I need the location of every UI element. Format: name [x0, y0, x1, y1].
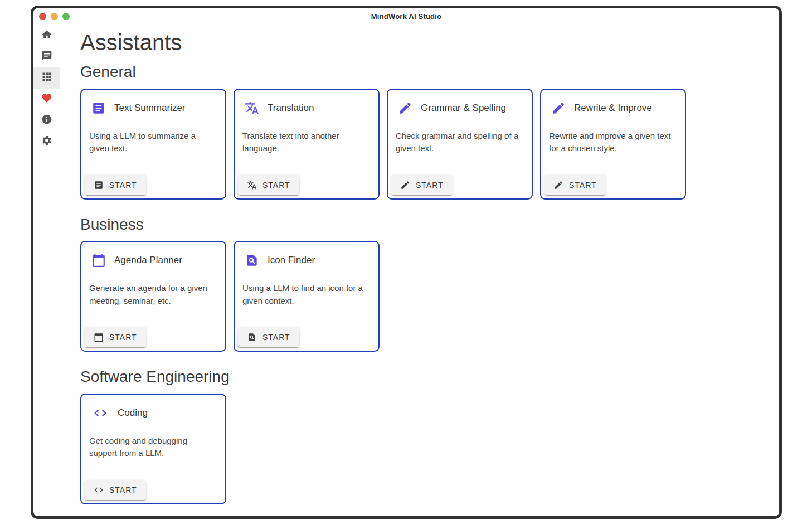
section-business: Business Agenda Planner Generate an agen… [80, 215, 759, 352]
sidebar-item-info[interactable] [33, 110, 60, 131]
card-description: Rewrite and improve a given text for a c… [541, 130, 685, 172]
card-actions: START [235, 172, 378, 198]
icon-search-icon [247, 332, 257, 342]
sidebar-item-chats[interactable] [33, 46, 60, 67]
section-software-engineering: Software Engineering Coding Get coding a… [80, 367, 759, 504]
info-icon [41, 114, 52, 127]
sidebar-item-assistants[interactable] [33, 67, 60, 89]
start-button[interactable]: START [544, 175, 606, 195]
card-actions: START [388, 172, 532, 198]
start-button[interactable]: START [85, 175, 146, 195]
card-actions: START [235, 324, 378, 351]
card-row: Text Summarizer Using a LLM to summarize… [80, 89, 759, 200]
sidebar-item-home[interactable] [33, 25, 60, 46]
apps-grid-icon [41, 71, 52, 85]
start-button[interactable]: START [238, 327, 299, 347]
pencil-icon [400, 180, 410, 190]
assistant-card-text-summarizer: Text Summarizer Using a LLM to summarize… [80, 89, 226, 200]
card-actions: START [81, 477, 225, 503]
card-title: Text Summarizer [114, 103, 186, 114]
section-heading: Software Engineering [80, 367, 759, 386]
card-header: Translation [235, 90, 378, 115]
home-icon [41, 29, 52, 42]
card-actions: START [541, 172, 685, 198]
card-description: Using a LLM to summarize a given text. [81, 130, 225, 172]
card-title: Rewrite & Improve [574, 103, 652, 114]
card-header: Rewrite & Improve [541, 90, 685, 115]
document-icon [91, 101, 106, 115]
start-button[interactable]: START [85, 480, 146, 500]
start-button[interactable]: START [85, 327, 146, 347]
start-button[interactable]: START [238, 175, 299, 195]
card-header: Text Summarizer [81, 90, 225, 115]
gear-icon [41, 135, 52, 148]
start-button-label: START [109, 333, 137, 342]
card-header: Agenda Planner [81, 242, 225, 268]
pencil-icon [398, 101, 412, 115]
card-title: Agenda Planner [114, 255, 182, 266]
start-button-label: START [109, 486, 137, 494]
assistant-card-coding: Coding Get coding and debugging support … [80, 394, 226, 504]
translate-icon [245, 101, 259, 115]
card-header: Coding [81, 395, 225, 420]
section-heading: Business [80, 215, 759, 234]
card-actions: START [81, 172, 225, 198]
main-content: Assistants General Text Summarizer Using… [60, 25, 779, 516]
translate-icon [247, 180, 257, 190]
start-button-label: START [569, 181, 597, 190]
pencil-icon [553, 180, 563, 190]
calendar-icon [94, 332, 104, 342]
card-description: Get coding and debugging support from a … [81, 435, 225, 477]
start-button-label: START [262, 181, 290, 190]
app-body: Assistants General Text Summarizer Using… [33, 25, 779, 516]
app-window: MindWork AI Studio Assistants [31, 6, 782, 519]
assistant-card-icon-finder: Icon Finder Using a LLM to find an icon … [234, 241, 380, 352]
sidebar [33, 25, 60, 516]
card-title: Grammar & Spelling [421, 103, 506, 114]
icon-search-icon [245, 253, 259, 268]
heart-icon [41, 93, 52, 106]
section-heading: General [80, 62, 759, 81]
assistant-card-rewrite-improve: Rewrite & Improve Rewrite and improve a … [540, 89, 686, 200]
document-icon [94, 180, 104, 190]
chat-icon [41, 50, 52, 64]
calendar-icon [91, 253, 106, 268]
window-title: MindWork AI Studio [33, 12, 779, 21]
pencil-icon [551, 101, 566, 115]
card-description: Generate an agenda for a given meeting, … [81, 282, 225, 324]
code-icon [91, 406, 109, 420]
card-row: Coding Get coding and debugging support … [80, 394, 759, 504]
card-header: Grammar & Spelling [388, 90, 532, 115]
start-button-label: START [262, 333, 290, 342]
card-description: Using a LLM to find an icon for a given … [235, 282, 378, 324]
assistant-card-agenda-planner: Agenda Planner Generate an agenda for a … [80, 241, 226, 352]
assistant-card-grammar-spelling: Grammar & Spelling Check grammar and spe… [387, 89, 533, 200]
card-description: Check grammar and spelling of a given te… [388, 130, 532, 172]
card-title: Coding [118, 407, 148, 419]
page-title: Assistants [80, 30, 759, 55]
title-bar: MindWork AI Studio [33, 8, 779, 25]
sidebar-item-supporters[interactable] [33, 89, 60, 110]
section-general: General Text Summarizer Using a LLM to s… [80, 62, 759, 200]
card-description: Translate text into another language. [235, 130, 378, 172]
card-title: Icon Finder [268, 255, 315, 266]
card-header: Icon Finder [235, 242, 378, 268]
code-icon [94, 485, 104, 495]
start-button[interactable]: START [391, 175, 453, 195]
card-title: Translation [268, 103, 314, 114]
start-button-label: START [109, 181, 137, 190]
start-button-label: START [416, 181, 444, 190]
assistant-card-translation: Translation Translate text into another … [234, 89, 380, 200]
sidebar-item-settings[interactable] [33, 131, 60, 152]
card-actions: START [81, 324, 225, 351]
card-row: Agenda Planner Generate an agenda for a … [80, 241, 759, 352]
